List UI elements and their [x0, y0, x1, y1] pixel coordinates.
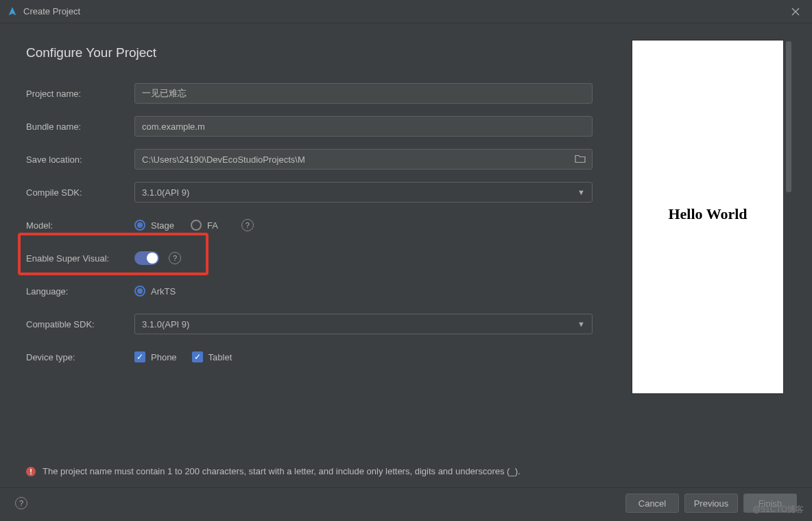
radio-label-arkts[interactable]: ArkTS [151, 286, 176, 297]
label-bundle-name: Bundle name: [26, 121, 134, 132]
label-model: Model: [26, 220, 134, 231]
row-compile-sdk: Compile SDK: 3.1.0(API 9) ▼ [26, 176, 604, 209]
row-project-name: Project name: [26, 77, 604, 110]
radio-model-fa[interactable] [191, 220, 202, 231]
cancel-button[interactable]: Cancel [625, 494, 679, 513]
browse-folder-icon[interactable] [575, 154, 586, 165]
checkbox-tablet[interactable] [192, 351, 203, 362]
label-project-name: Project name: [26, 89, 134, 99]
checkbox-label-phone[interactable]: Phone [151, 352, 177, 362]
page-title: Configure Your Project [26, 45, 604, 60]
previous-button[interactable]: Previous [684, 494, 738, 513]
row-save-location: Save location: [26, 143, 604, 176]
row-language: Language: ArkTS [26, 275, 604, 308]
save-location-input[interactable] [134, 149, 593, 170]
row-enable-super-visual: Enable Super Visual: ? [26, 242, 604, 275]
dialog-title: Create Project [23, 6, 786, 16]
help-icon-super-visual[interactable]: ? [169, 252, 181, 264]
label-device-type: Device type: [26, 352, 134, 362]
compatible-sdk-select[interactable]: 3.1.0(API 9) ▼ [134, 314, 593, 334]
chevron-down-icon: ▼ [577, 320, 585, 328]
create-project-dialog: Create Project Configure Your Project Pr… [0, 0, 812, 521]
row-compatible-sdk: Compatible SDK: 3.1.0(API 9) ▼ [26, 308, 604, 340]
radio-language-arkts[interactable] [134, 286, 145, 297]
dialog-body: Configure Your Project Project name: Bun… [0, 23, 812, 466]
radio-model-stage[interactable] [134, 220, 145, 231]
preview-scrollbar[interactable] [786, 41, 791, 446]
checkbox-phone[interactable] [134, 351, 145, 362]
label-save-location: Save location: [26, 154, 134, 165]
compile-sdk-value: 3.1.0(API 9) [142, 187, 189, 198]
label-language: Language: [26, 286, 134, 297]
project-name-input[interactable] [134, 83, 593, 104]
compatible-sdk-value: 3.1.0(API 9) [142, 319, 189, 329]
label-compile-sdk: Compile SDK: [26, 187, 134, 198]
error-message: The project name must contain 1 to 200 c… [43, 466, 521, 476]
chevron-down-icon: ▼ [577, 188, 585, 196]
row-model: Model: Stage FA ? [26, 209, 604, 242]
close-icon[interactable] [786, 2, 805, 21]
checkbox-label-tablet[interactable]: Tablet [208, 352, 232, 362]
label-enable-super-visual: Enable Super Visual: [26, 253, 134, 264]
form-area: Configure Your Project Project name: Bun… [26, 40, 604, 466]
label-compatible-sdk: Compatible SDK: [26, 319, 134, 329]
preview-pane: Hello World [624, 40, 791, 466]
radio-label-stage[interactable]: Stage [151, 220, 174, 231]
dialog-footer: ? Cancel Previous Finish [0, 487, 812, 521]
row-device-type: Device type: Phone Tablet [26, 340, 604, 373]
titlebar: Create Project [0, 0, 812, 23]
error-icon: ! [26, 467, 36, 476]
enable-super-visual-toggle[interactable] [134, 251, 159, 265]
help-icon-model[interactable]: ? [241, 219, 254, 231]
row-bundle-name: Bundle name: [26, 110, 604, 143]
device-preview: Hello World [632, 40, 784, 394]
radio-label-fa[interactable]: FA [207, 220, 218, 231]
bundle-name-input[interactable] [134, 116, 593, 137]
app-logo-icon [7, 6, 18, 17]
compile-sdk-select[interactable]: 3.1.0(API 9) ▼ [134, 182, 593, 202]
help-icon-footer[interactable]: ? [15, 497, 27, 509]
validation-error: ! The project name must contain 1 to 200… [0, 466, 812, 487]
watermark: @51CTO博客 [752, 504, 804, 516]
preview-text: Hello World [668, 205, 747, 223]
